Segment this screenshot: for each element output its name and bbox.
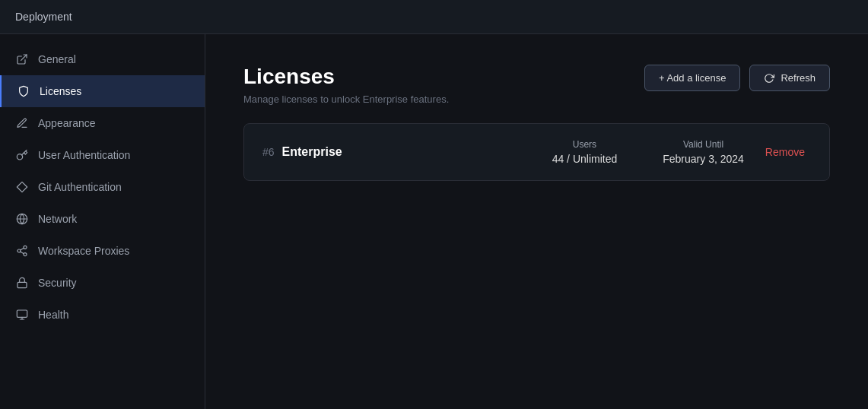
- sidebar-item-label: Appearance: [38, 117, 96, 129]
- topbar: Deployment: [0, 0, 868, 34]
- sidebar-item-git-auth[interactable]: Git Authentication: [0, 171, 205, 203]
- sidebar-item-user-auth[interactable]: User Authentication: [0, 139, 205, 171]
- sidebar-item-label: Git Authentication: [38, 181, 122, 193]
- valid-until-value: February 3, 2024: [663, 153, 744, 165]
- sidebar-item-label: User Authentication: [38, 149, 130, 161]
- sidebar-item-label: Security: [38, 277, 77, 289]
- users-group: Users 44 / Unlimited: [552, 139, 618, 165]
- external-link-icon: [15, 52, 29, 66]
- topbar-title: Deployment: [15, 11, 72, 23]
- pencil-icon: [15, 116, 29, 130]
- sidebar-item-label: General: [38, 53, 76, 65]
- license-card: #6 Enterprise Users 44 / Unlimited Valid…: [243, 123, 830, 181]
- sidebar-item-health[interactable]: Health: [0, 299, 205, 331]
- refresh-button[interactable]: Refresh: [749, 65, 830, 91]
- sidebar-item-label: Health: [38, 309, 68, 321]
- svg-rect-11: [17, 310, 27, 317]
- sidebar-item-label: Workspace Proxies: [38, 245, 129, 257]
- sidebar-item-appearance[interactable]: Appearance: [0, 107, 205, 139]
- globe-icon: [15, 212, 29, 226]
- users-label: Users: [552, 139, 618, 150]
- page-title: Licenses: [243, 65, 449, 89]
- sidebar-item-label: Licenses: [40, 85, 81, 97]
- sidebar-item-security[interactable]: Security: [0, 267, 205, 299]
- sidebar-item-label: Network: [38, 213, 77, 225]
- page-header: Licenses Manage licenses to unlock Enter…: [243, 65, 830, 105]
- svg-line-9: [21, 248, 24, 250]
- valid-until-label: Valid Until: [663, 139, 744, 150]
- sidebar-item-network[interactable]: Network: [0, 203, 205, 235]
- header-actions: + Add a license Refresh: [644, 65, 830, 91]
- diamond-icon: [15, 180, 29, 194]
- share-icon: [15, 244, 29, 258]
- svg-rect-10: [17, 282, 27, 287]
- refresh-icon: [764, 73, 774, 84]
- key-icon: [15, 148, 29, 162]
- page-header-left: Licenses Manage licenses to unlock Enter…: [243, 65, 449, 105]
- layout: General Licenses Appearance User Authent…: [0, 34, 868, 409]
- svg-line-8: [21, 252, 24, 254]
- sidebar-item-workspace-proxies[interactable]: Workspace Proxies: [0, 235, 205, 267]
- lock-icon: [15, 276, 29, 290]
- shield-icon: [17, 84, 30, 98]
- remove-license-button[interactable]: Remove: [759, 146, 811, 158]
- license-meta: Users 44 / Unlimited Valid Until Februar…: [552, 139, 744, 165]
- refresh-label: Refresh: [781, 72, 816, 84]
- license-number: #6: [262, 146, 275, 158]
- users-value: 44 / Unlimited: [552, 153, 618, 165]
- license-name: Enterprise: [282, 145, 342, 159]
- svg-line-0: [21, 55, 27, 60]
- add-license-button[interactable]: + Add a license: [644, 65, 741, 91]
- valid-until-group: Valid Until February 3, 2024: [663, 139, 744, 165]
- sidebar: General Licenses Appearance User Authent…: [0, 34, 205, 409]
- sidebar-item-general[interactable]: General: [0, 43, 205, 75]
- page-subtitle: Manage licenses to unlock Enterprise fea…: [243, 94, 449, 105]
- svg-marker-2: [17, 182, 27, 192]
- sidebar-item-licenses[interactable]: Licenses: [0, 75, 205, 107]
- license-left: #6 Enterprise: [262, 145, 537, 159]
- monitor-icon: [15, 308, 29, 322]
- main-content: Licenses Manage licenses to unlock Enter…: [205, 34, 868, 409]
